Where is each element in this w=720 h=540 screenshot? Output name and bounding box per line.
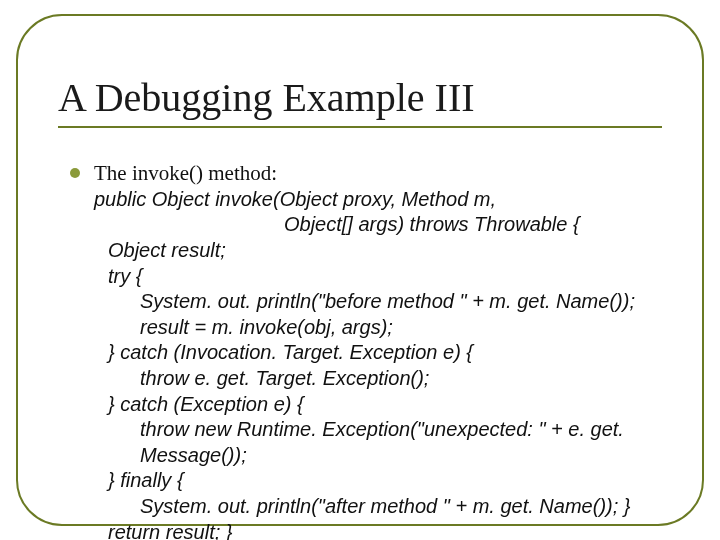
slide-content: The invoke() method: public Object invok…	[70, 160, 680, 540]
code-before-print: System. out. println("before method " + …	[94, 289, 680, 315]
lead-text: The invoke() method:	[94, 160, 680, 187]
code-throw-runtime: throw new Runtime. Exception("unexpected…	[94, 417, 680, 468]
code-return: return result; }	[94, 520, 680, 540]
bullet-icon	[70, 168, 80, 178]
code-signature-line-2: Object[] args) throws Throwable {	[94, 212, 680, 238]
code-invoke: result = m. invoke(obj, args);	[94, 315, 680, 341]
code-finally: } finally {	[94, 468, 680, 494]
code-throw-target: throw e. get. Target. Exception();	[94, 366, 680, 392]
code-signature-line-1: public Object invoke(Object proxy, Metho…	[94, 187, 680, 213]
code-catch-exception: } catch (Exception e) {	[94, 392, 680, 418]
code-decl: Object result;	[94, 238, 680, 264]
code-try: try {	[94, 264, 680, 290]
code-after-print: System. out. println("after method " + m…	[94, 494, 680, 520]
bullet-item: The invoke() method: public Object invok…	[70, 160, 680, 540]
slide: A Debugging Example III The invoke() met…	[0, 0, 720, 540]
slide-title: A Debugging Example III	[58, 76, 662, 128]
bullet-body: The invoke() method: public Object invok…	[94, 160, 680, 540]
code-catch-invocationtarget: } catch (Invocation. Target. Exception e…	[94, 340, 680, 366]
